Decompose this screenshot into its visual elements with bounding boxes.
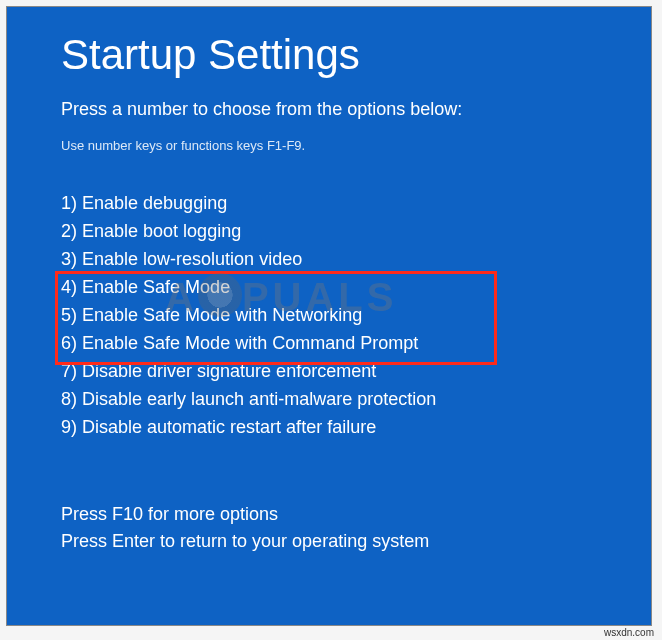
- option-label: Disable early launch anti-malware protec…: [82, 389, 436, 409]
- option-9[interactable]: 9) Disable automatic restart after failu…: [61, 413, 651, 441]
- option-number: 5): [61, 305, 77, 325]
- option-number: 4): [61, 277, 77, 297]
- attribution-text: wsxdn.com: [604, 627, 654, 638]
- option-number: 3): [61, 249, 77, 269]
- option-label: Enable boot logging: [82, 221, 241, 241]
- option-8[interactable]: 8) Disable early launch anti-malware pro…: [61, 385, 651, 413]
- option-5[interactable]: 5) Enable Safe Mode with Networking: [61, 301, 651, 329]
- option-label: Enable Safe Mode with Command Prompt: [82, 333, 418, 353]
- option-number: 7): [61, 361, 77, 381]
- option-7[interactable]: 7) Disable driver signature enforcement: [61, 357, 651, 385]
- page-title: Startup Settings: [61, 31, 651, 79]
- footer-line-2: Press Enter to return to your operating …: [61, 528, 651, 555]
- option-number: 1): [61, 193, 77, 213]
- option-4[interactable]: 4) Enable Safe Mode: [61, 273, 651, 301]
- option-number: 8): [61, 389, 77, 409]
- startup-settings-screen: Startup Settings Press a number to choos…: [6, 6, 652, 626]
- option-number: 9): [61, 417, 77, 437]
- option-label: Enable Safe Mode with Networking: [82, 305, 362, 325]
- option-6[interactable]: 6) Enable Safe Mode with Command Prompt: [61, 329, 651, 357]
- option-1[interactable]: 1) Enable debugging: [61, 189, 651, 217]
- subtitle: Press a number to choose from the option…: [61, 99, 651, 120]
- footer: Press F10 for more options Press Enter t…: [61, 501, 651, 555]
- option-label: Enable debugging: [82, 193, 227, 213]
- option-number: 2): [61, 221, 77, 241]
- option-label: Disable driver signature enforcement: [82, 361, 376, 381]
- footer-line-1: Press F10 for more options: [61, 501, 651, 528]
- option-2[interactable]: 2) Enable boot logging: [61, 217, 651, 245]
- option-label: Enable Safe Mode: [82, 277, 230, 297]
- option-label: Enable low-resolution video: [82, 249, 302, 269]
- option-3[interactable]: 3) Enable low-resolution video: [61, 245, 651, 273]
- option-number: 6): [61, 333, 77, 353]
- options-list: 1) Enable debugging 2) Enable boot loggi…: [61, 189, 651, 441]
- option-label: Disable automatic restart after failure: [82, 417, 376, 437]
- hint-text: Use number keys or functions keys F1-F9.: [61, 138, 651, 153]
